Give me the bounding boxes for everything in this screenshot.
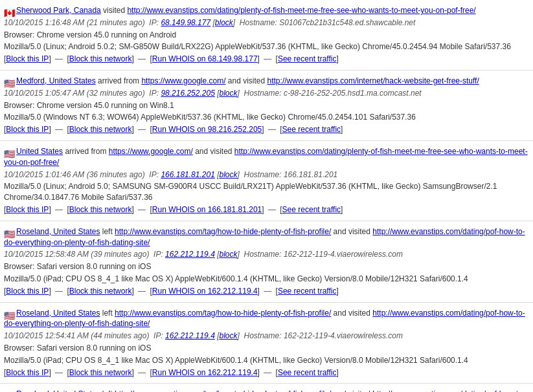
block-ip-link[interactable]: Block this IP: [6, 125, 49, 134]
timestamp: 10/10/2015 1:16:48 AM (21 minutes ago): [4, 18, 145, 27]
browser-ua: Mozilla/5.0 (iPad; CPU OS 8_4_1 like Mac…: [4, 355, 529, 366]
referrer-link[interactable]: http://www.evanstips.com/tag/how-to-hide…: [115, 309, 331, 318]
ip-link[interactable]: 68.149.98.177: [161, 18, 210, 27]
hostname: S01067cb21b31c548.ed.shawcable.net: [279, 18, 415, 27]
timestamp: 10/10/2015 12:58:48 AM (39 minutes ago): [4, 250, 149, 259]
referrer-link[interactable]: https://www.google.com/: [109, 147, 193, 156]
block-ip-inline-link[interactable]: block: [219, 331, 237, 340]
location-link[interactable]: Roseland, United States: [16, 309, 100, 318]
action-links: [Block this IP] — [Block this network] —…: [4, 124, 529, 135]
whois-link[interactable]: Run WHOIS on 162.212.119.4: [152, 368, 258, 377]
sep1: —: [53, 54, 65, 63]
timestamp: 10/10/2015 1:05:47 AM (32 minutes ago): [4, 89, 145, 98]
location-link[interactable]: Roseland, United States: [16, 389, 100, 392]
block-ip-link[interactable]: Block this IP: [6, 368, 49, 377]
sep2: —: [136, 368, 148, 377]
location-link[interactable]: Medford, United States: [16, 76, 96, 85]
entry-timestamp-line: 10/10/2015 1:16:48 AM (21 minutes ago) I…: [4, 17, 529, 28]
entry-timestamp-line: 10/10/2015 1:05:47 AM (32 minutes ago) I…: [4, 88, 529, 99]
location-link[interactable]: Roseland, United States: [16, 227, 100, 236]
entry-timestamp-line: 10/10/2015 1:01:46 AM (36 minutes ago) I…: [4, 169, 529, 180]
whois-link[interactable]: Run WHOIS on 98.216.252.205: [152, 125, 262, 134]
entry-line1: 🇺🇸Roseland, United States left http://ww…: [4, 308, 529, 330]
hostname: 162-212-119-4.viaerowireless.com: [284, 331, 403, 340]
block-network-link[interactable]: Block this network: [69, 54, 132, 63]
sep2: —: [136, 205, 148, 214]
referrer-link[interactable]: http://www.evanstips.com/tag/how-to-hide…: [115, 227, 331, 236]
referrer-link[interactable]: http://www.evanstips.com/tag/how-to-hide…: [115, 389, 331, 392]
recent-traffic-link[interactable]: See recent traffic: [282, 125, 341, 134]
visited-link[interactable]: http://www.evanstips.com/dating/plenty-o…: [4, 147, 528, 167]
timestamp: 10/10/2015 12:54:41 AM (44 minutes ago): [4, 331, 149, 340]
ip-link[interactable]: 162.212.119.4: [165, 331, 215, 340]
ip-link[interactable]: 162.212.119.4: [165, 250, 215, 259]
sep3: —: [262, 54, 274, 63]
sep1: —: [53, 205, 65, 214]
block-ip-inline-link[interactable]: block: [219, 250, 237, 259]
recent-traffic-link[interactable]: See recent traffic: [278, 287, 337, 296]
hostname: 166.181.81.201: [284, 170, 337, 179]
block-network-link[interactable]: Block this network: [69, 287, 132, 296]
referrer-link[interactable]: https://www.google.com/: [141, 76, 225, 85]
action-links: [Block this IP] — [Block this network] —…: [4, 204, 529, 215]
block-ip-link[interactable]: Block this IP: [6, 205, 49, 214]
entry-timestamp-line: 10/10/2015 12:58:48 AM (39 minutes ago) …: [4, 249, 529, 260]
sep2: —: [136, 54, 148, 63]
browser-short: Browser: Safari version 8.0 running on i…: [4, 343, 529, 354]
recent-traffic-link[interactable]: See recent traffic: [282, 205, 341, 214]
action-links: [Block this IP] — [Block this network] —…: [4, 54, 529, 65]
sep3: —: [262, 368, 274, 377]
block-network-link[interactable]: Block this network: [69, 368, 132, 377]
block-network-link[interactable]: Block this network: [69, 125, 132, 134]
block-ip-inline-link[interactable]: block: [219, 170, 237, 179]
block-ip-link[interactable]: Block this IP: [6, 54, 49, 63]
list-item: 🇺🇸United States arrived from https://www…: [0, 141, 533, 221]
sep3: —: [262, 287, 274, 296]
list-item: 🇺🇸Roseland, United States left http://ww…: [0, 303, 533, 384]
browser-ua: Mozilla/5.0 (Linux; Android 5.0; SAMSUNG…: [4, 181, 529, 203]
location-link[interactable]: Sherwood Park, Canada: [16, 6, 101, 15]
recent-traffic-link[interactable]: See recent traffic: [278, 368, 337, 377]
entries-container: 🇨🇦Sherwood Park, Canada visited http://w…: [0, 0, 533, 392]
ip-link[interactable]: 166.181.81.201: [161, 170, 214, 179]
browser-short: Browser: Safari version 8.0 running on i…: [4, 261, 529, 272]
sep3: —: [266, 125, 278, 134]
browser-short: Browser: Chrome version 45.0 running on …: [4, 100, 529, 111]
hostname: 162-212-119-4.viaerowireless.com: [284, 250, 403, 259]
flag-icon: 🇺🇸: [4, 228, 14, 235]
entry-line1: 🇺🇸Roseland, United States left http://ww…: [4, 389, 529, 392]
action-links: [Block this IP] — [Block this network] —…: [4, 367, 529, 378]
sep2: —: [136, 125, 148, 134]
recent-traffic-link[interactable]: See recent traffic: [278, 54, 337, 63]
whois-link[interactable]: Run WHOIS on 162.212.119.4: [152, 287, 258, 296]
entry-timestamp-line: 10/10/2015 12:54:41 AM (44 minutes ago) …: [4, 331, 529, 342]
browser-short: Browser: Chrome version 45.0 running on …: [4, 30, 529, 41]
entry-line1: 🇨🇦Sherwood Park, Canada visited http://w…: [4, 5, 529, 16]
list-item: 🇺🇸Roseland, United States left http://ww…: [0, 221, 533, 303]
sep1: —: [53, 368, 65, 377]
block-network-link[interactable]: Block this network: [69, 205, 132, 214]
sep2: —: [136, 287, 148, 296]
list-item: 🇺🇸Medford, United States arrived from ht…: [0, 71, 533, 141]
entry-line1: 🇺🇸Medford, United States arrived from ht…: [4, 76, 529, 87]
block-ip-link[interactable]: Block this IP: [6, 287, 49, 296]
block-ip-inline-link[interactable]: block: [215, 18, 233, 27]
browser-ua: Mozilla/5.0 (iPad; CPU OS 8_4_1 like Mac…: [4, 274, 529, 285]
location-link[interactable]: United States: [16, 147, 63, 156]
sep1: —: [53, 287, 65, 296]
visited-link[interactable]: http://www.evanstips.com/dating/plenty-o…: [127, 6, 475, 15]
visited-link[interactable]: http://www.evanstips.com/internet/hack-w…: [267, 76, 479, 85]
flag-icon: 🇺🇸: [4, 310, 14, 317]
whois-link[interactable]: Run WHOIS on 166.181.81.201: [152, 205, 262, 214]
flag-icon: 🇨🇦: [4, 7, 14, 14]
ip-link[interactable]: 98.216.252.205: [161, 89, 214, 98]
whois-link[interactable]: Run WHOIS on 68.149.98.177: [152, 54, 258, 63]
browser-ua: Mozilla/5.0 (Windows NT 6.3; WOW64) Appl…: [4, 112, 529, 123]
sep3: —: [266, 205, 278, 214]
browser-ua: Mozilla/5.0 (Linux; Android 5.0.2; SM-G8…: [4, 41, 529, 52]
sep1: —: [53, 125, 65, 134]
block-ip-inline-link[interactable]: block: [219, 89, 237, 98]
action-links: [Block this IP] — [Block this network] —…: [4, 286, 529, 297]
hostname: c-98-216-252-205.hsd1.ma.comcast.net: [284, 89, 422, 98]
list-item: 🇨🇦Sherwood Park, Canada visited http://w…: [0, 0, 533, 71]
